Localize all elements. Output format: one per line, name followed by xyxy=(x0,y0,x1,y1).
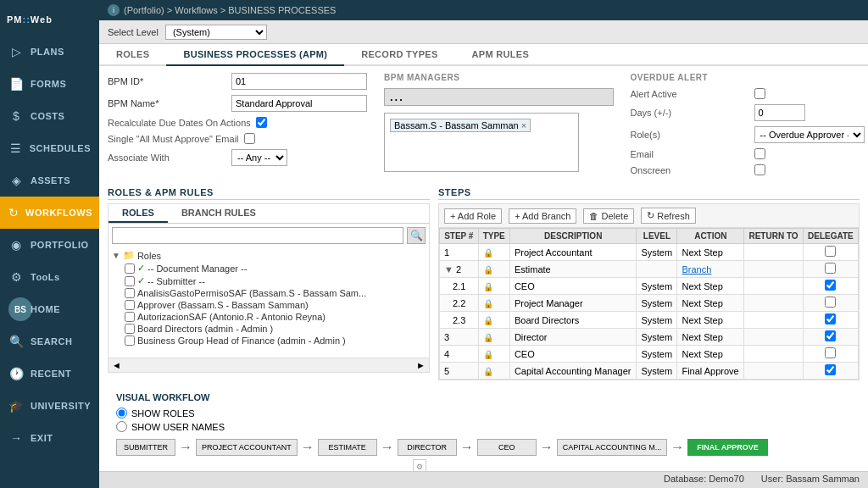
recalculate-checkbox[interactable] xyxy=(256,117,267,128)
recalculate-label: Recalculate Due Dates On Actions xyxy=(108,118,251,128)
sidebar-item-recent[interactable]: 🕐 RECENT xyxy=(0,358,99,390)
roles-tab-branch[interactable]: BRANCH RULES xyxy=(168,204,270,223)
sidebar-item-portfolio[interactable]: ◉ PORTFOLIO xyxy=(0,229,99,261)
tree-item-analisis[interactable]: AnalisisGastoPermisoSAF (Bassam.S - Bass… xyxy=(112,287,426,299)
step-desc: CEO xyxy=(509,278,637,295)
tree-label: Approver (Bassam.S - Bassam Samman) xyxy=(137,300,309,310)
sidebar-item-tools[interactable]: ⚙ TooLs xyxy=(0,261,99,293)
refresh-button[interactable]: ↻ Refresh xyxy=(641,208,696,224)
tree-checkbox[interactable] xyxy=(125,324,135,334)
form-col-2: BPM MANAGERS ... Bassam.S - Bassam Samma… xyxy=(384,73,614,177)
tree-item-board[interactable]: Board Directors (admin - Admin ) xyxy=(112,323,426,335)
sidebar-item-home[interactable]: BS HOME xyxy=(0,293,99,325)
col-step: STEP # xyxy=(440,229,479,244)
associate-label: Associate With xyxy=(108,152,226,163)
add-role-button[interactable]: + Add Role xyxy=(444,208,502,224)
sidebar-item-costs[interactable]: $ COSTS xyxy=(0,100,99,132)
step-delegate xyxy=(803,312,858,329)
tree-item-business[interactable]: Business Group Head of Finance (admin - … xyxy=(112,335,426,347)
form-col-3: OVERDUE ALERT Alert Active Days (+/-) Ro… xyxy=(631,73,860,177)
arrow-icon: → xyxy=(460,440,474,455)
delegate-checkbox[interactable] xyxy=(825,313,836,324)
email-label: Email xyxy=(631,149,749,159)
table-row: 3 🔒 Director System Next Step xyxy=(440,329,859,346)
steps-title: STEPS xyxy=(438,187,860,200)
col-delegate: DELEGATE xyxy=(803,229,858,244)
scroll-right-icon[interactable]: ► xyxy=(416,360,426,370)
tree-checkbox[interactable] xyxy=(125,288,135,298)
bpm-name-row: BPM Name* xyxy=(108,95,367,112)
refresh-icon: ↻ xyxy=(647,210,654,221)
col-level: LEVEL xyxy=(637,229,677,244)
tree-item-autorizacion[interactable]: AutorizacionSAF (Antonio.R - Antonio Rey… xyxy=(112,311,426,323)
delegate-checkbox[interactable] xyxy=(825,280,836,291)
logo: PM::Web xyxy=(0,0,99,36)
tree-checkbox[interactable] xyxy=(125,263,135,274)
show-roles-row: SHOW ROLES xyxy=(116,408,851,419)
tree-item-submitter[interactable]: ✓ -- Submitter -- xyxy=(112,274,426,287)
roles-tab-roles[interactable]: ROLES xyxy=(108,204,168,223)
sidebar-item-exit[interactable]: → EXIT xyxy=(0,422,99,454)
expand-icon[interactable]: ▼ xyxy=(444,264,453,274)
sidebar-item-plans[interactable]: ▷ PLANS xyxy=(0,36,99,68)
tag-close-button[interactable]: × xyxy=(521,120,526,130)
schedules-icon: ☰ xyxy=(8,141,23,155)
step-return xyxy=(744,244,804,261)
step-action: Next Step xyxy=(677,312,744,329)
onscreen-checkbox[interactable] xyxy=(754,164,765,175)
tree-checkbox[interactable] xyxy=(125,336,135,346)
step-return xyxy=(744,329,804,346)
steps-table: STEP # TYPE DESCRIPTION LEVEL ACTION RET… xyxy=(439,228,859,380)
delegate-checkbox[interactable] xyxy=(825,330,836,341)
delegate-checkbox[interactable] xyxy=(825,246,836,257)
delegate-checkbox[interactable] xyxy=(825,347,836,358)
visual-workflow-section: VISUAL WORKFLOW SHOW ROLES SHOW USER NAM… xyxy=(108,387,860,471)
tree-item-approver[interactable]: Approver (Bassam.S - Bassam Samman) xyxy=(112,299,426,311)
dots-button[interactable]: ... xyxy=(384,88,614,106)
tree-item-roles-root[interactable]: ▼ 📁 Roles xyxy=(112,249,426,262)
step-num: ▼ 2 xyxy=(440,261,479,278)
delegate-checkbox[interactable] xyxy=(825,297,836,308)
sidebar-item-university[interactable]: 🎓 UNIVERSITY xyxy=(0,390,99,422)
roles-select[interactable]: -- Overdue Approver -- xyxy=(754,126,865,143)
sidebar-item-workflows[interactable]: ↻ WORKFLOWS xyxy=(0,197,99,229)
email-checkbox[interactable] xyxy=(754,148,765,159)
onscreen-row: Onscreen xyxy=(631,164,860,175)
alert-active-label: Alert Active xyxy=(631,89,749,99)
tab-apm-rules[interactable]: APM RULES xyxy=(455,44,546,66)
tree-checkbox[interactable] xyxy=(125,300,135,310)
step-return xyxy=(744,363,804,380)
delegate-checkbox[interactable] xyxy=(825,364,836,375)
bpm-id-input[interactable] xyxy=(231,73,367,90)
tree-item-doc-manager[interactable]: ✓ -- Document Manager -- xyxy=(112,262,426,274)
bpm-name-input[interactable] xyxy=(231,95,367,112)
user-info: User: Bassam Samman xyxy=(761,474,860,486)
roles-search-button[interactable]: 🔍 xyxy=(407,227,426,244)
roles-search-input[interactable] xyxy=(112,227,403,244)
level-select[interactable]: (System) xyxy=(165,25,267,40)
show-roles-radio[interactable] xyxy=(116,408,127,419)
sidebar-item-assets[interactable]: ◈ ASSETS xyxy=(0,164,99,197)
tree-checkbox[interactable] xyxy=(125,276,135,286)
database-info: Database: Demo70 xyxy=(664,474,744,486)
scroll-bar[interactable]: ◄ ► xyxy=(108,358,429,372)
tab-record-types[interactable]: RECORD TYPES xyxy=(344,44,454,66)
main-content: i (Portfolio) > Workflows > BUSINESS PRO… xyxy=(99,0,868,488)
scroll-left-icon[interactable]: ◄ xyxy=(112,360,121,370)
single-email-checkbox[interactable] xyxy=(244,133,255,144)
branch-link[interactable]: Branch xyxy=(682,264,711,274)
delegate-checkbox[interactable] xyxy=(825,263,836,274)
associate-select[interactable]: -- Any -- xyxy=(231,149,287,166)
add-branch-button[interactable]: + Add Branch xyxy=(509,208,576,224)
days-input[interactable] xyxy=(754,104,805,121)
tab-bpm[interactable]: BUSINESS PROCESSES (APM) xyxy=(166,44,344,66)
sidebar-item-forms[interactable]: 📄 FORMS xyxy=(0,68,99,100)
show-user-names-radio[interactable] xyxy=(116,421,127,432)
sidebar-item-search[interactable]: 🔍 SEARCH xyxy=(0,325,99,358)
sidebar-item-schedules[interactable]: ☰ SCHEDULES xyxy=(0,132,99,164)
tree-checkbox[interactable] xyxy=(125,312,135,322)
search-icon: 🔍 xyxy=(8,335,24,348)
alert-active-checkbox[interactable] xyxy=(754,88,765,99)
delete-button[interactable]: 🗑 Delete xyxy=(583,208,634,224)
tab-roles[interactable]: ROLES xyxy=(99,44,166,66)
